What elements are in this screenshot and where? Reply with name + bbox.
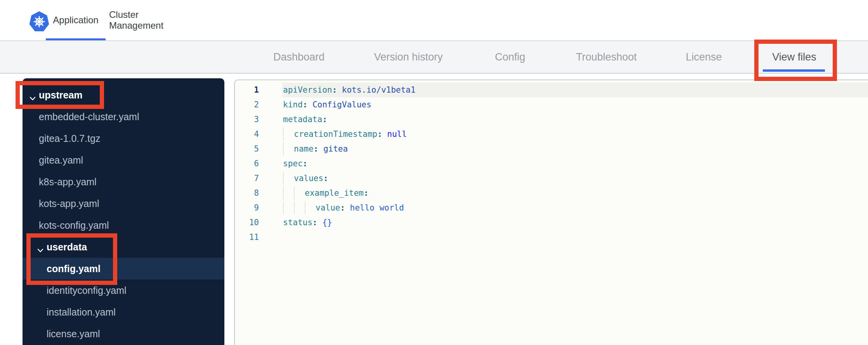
token-colon: :: [312, 218, 318, 227]
nav-item-label: Troubleshoot: [576, 51, 637, 63]
token-key: example_item: [305, 188, 364, 198]
code-text: example_item:: [283, 186, 368, 200]
tree-row-label: gitea.yaml: [39, 155, 83, 166]
token-key: name: [294, 144, 314, 154]
line-number: 11: [235, 230, 259, 245]
line-number: 5: [235, 141, 259, 156]
nav-item-label: Version history: [374, 51, 443, 63]
line-number: 7: [235, 171, 259, 186]
code-text: apiVersion: kots.io/v1beta1: [283, 83, 415, 97]
tree-row-label: identityconfig.yaml: [47, 285, 127, 296]
code-text: metadata:: [283, 112, 327, 127]
line-number: 6: [235, 156, 259, 171]
token-kw: null: [382, 129, 407, 139]
token-str: hello world: [345, 203, 404, 212]
nav-item-label: Dashboard: [273, 51, 325, 63]
tree-file-k8s-app.yaml[interactable]: k8s-app.yaml: [23, 171, 224, 193]
nav-item-config[interactable]: Config: [495, 41, 525, 73]
token-key: value: [316, 203, 340, 212]
nav-item-dashboard[interactable]: Dashboard: [273, 41, 325, 73]
token-key: creationTimestamp: [294, 129, 377, 139]
token-colon: :: [340, 203, 345, 212]
token-colon: :: [332, 85, 337, 95]
token-colon: :: [323, 174, 328, 183]
token-colon: :: [377, 129, 382, 139]
token-key: spec: [283, 159, 303, 168]
code-line-1: 1apiVersion: kots.io/v1beta1: [235, 83, 868, 97]
line-number: 9: [235, 200, 259, 215]
tree-file-embedded-cluster.yaml[interactable]: embedded-cluster.yaml: [23, 106, 224, 128]
nav-item-label: Config: [495, 51, 525, 63]
editor-lines: 1apiVersion: kots.io/v1beta12kind: Confi…: [235, 80, 868, 245]
code-text: status: {}: [283, 215, 332, 230]
code-text: name: gitea: [283, 141, 348, 156]
token-colon: :: [303, 100, 308, 109]
token-key: values: [294, 174, 323, 183]
annotation-upstream: [16, 81, 104, 109]
code-line-11: 11: [235, 230, 868, 245]
tab-cluster-management[interactable]: Cluster Management: [109, 0, 185, 40]
tree-file-gitea-1.0.7.tgz[interactable]: gitea-1.0.7.tgz: [23, 128, 224, 149]
code-text: spec:: [283, 156, 307, 171]
tree-file-gitea.yaml[interactable]: gitea.yaml: [23, 149, 224, 171]
tree-row-label: license.yaml: [47, 328, 100, 340]
token-val: gitea: [318, 144, 348, 154]
line-number: 2: [235, 97, 259, 112]
token-colon: :: [314, 144, 319, 154]
nav-item-label: License: [686, 51, 722, 63]
line-number: 4: [235, 127, 259, 141]
code-line-5: 5name: gitea: [235, 141, 868, 156]
code-line-6: 6spec:: [235, 156, 868, 171]
wheel-hub: [38, 20, 40, 23]
tree-row-label: k8s-app.yaml: [39, 176, 97, 188]
kots-admin-console: Application Cluster Management Dashboard…: [0, 0, 868, 345]
token-val: ConfigValues: [307, 100, 371, 109]
tree-row-label: kots-app.yaml: [39, 198, 99, 209]
token-key: metadata: [283, 115, 322, 124]
code-line-8: 8example_item:: [235, 186, 868, 200]
code-line-3: 3metadata:: [235, 112, 868, 127]
annotation-userdata-config: [26, 233, 117, 285]
code-line-4: 4creationTimestamp: null: [235, 127, 868, 141]
line-number: 3: [235, 112, 259, 127]
token-key: status: [283, 218, 312, 227]
token-colon: :: [364, 188, 369, 198]
nav-item-troubleshoot[interactable]: Troubleshoot: [576, 41, 637, 73]
tree-file-kots-app.yaml[interactable]: kots-app.yaml: [23, 193, 224, 214]
token-key: apiVersion: [283, 85, 332, 95]
token-val: kots.io/v1beta1: [337, 85, 415, 95]
tree-row-label: gitea-1.0.7.tgz: [39, 133, 100, 144]
tree-row-label: kots-config.yaml: [39, 220, 109, 231]
code-line-10: 10status: {}: [235, 215, 868, 230]
code-text: value: hello world: [283, 200, 404, 215]
line-number: 8: [235, 186, 259, 200]
code-line-9: 9value: hello world: [235, 200, 868, 215]
code-text: kind: ConfigValues: [283, 97, 372, 112]
tab-application[interactable]: Application: [46, 0, 106, 40]
file-tree-sidebar: upstreamembedded-cluster.yamlgitea-1.0.7…: [23, 78, 224, 345]
annotation-view-files: [754, 40, 837, 81]
token-colon: :: [303, 159, 308, 168]
code-line-7: 7values:: [235, 171, 868, 186]
file-editor[interactable]: 1apiVersion: kots.io/v1beta12kind: Confi…: [234, 79, 868, 345]
tab-cluster-management-label: Cluster Management: [109, 9, 185, 31]
nav-item-license[interactable]: License: [686, 41, 722, 73]
line-number: 10: [235, 215, 259, 230]
token-key: kind: [283, 100, 303, 109]
tree-file-kots-config.yaml[interactable]: kots-config.yaml: [23, 214, 224, 236]
code-text: creationTimestamp: null: [283, 127, 407, 141]
code-text: values:: [283, 171, 328, 186]
app-header: Application Cluster Management: [0, 0, 868, 40]
tree-file-installation.yaml[interactable]: installation.yaml: [23, 301, 224, 323]
line-number: 1: [235, 83, 259, 97]
tree-row-label: embedded-cluster.yaml: [39, 111, 139, 122]
nav-item-version-history[interactable]: Version history: [374, 41, 443, 73]
token-brace: {}: [318, 218, 332, 227]
app-subnav: DashboardVersion historyConfigTroublesho…: [0, 40, 868, 74]
tree-file-license.yaml[interactable]: license.yaml: [23, 323, 224, 345]
tab-application-label: Application: [53, 15, 98, 26]
code-line-2: 2kind: ConfigValues: [235, 97, 868, 112]
token-colon: :: [322, 115, 327, 124]
tree-row-label: installation.yaml: [47, 307, 116, 318]
